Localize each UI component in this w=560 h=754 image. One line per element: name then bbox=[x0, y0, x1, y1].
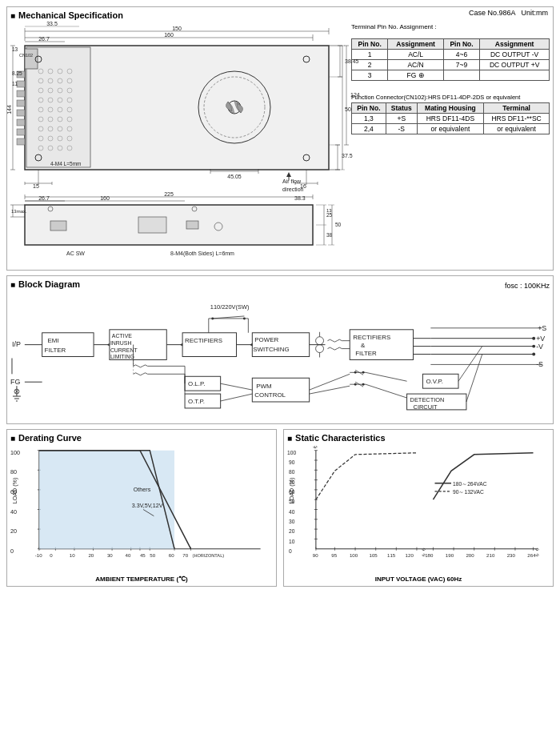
svg-rect-88 bbox=[17, 119, 25, 126]
svg-line-207 bbox=[213, 316, 245, 319]
svg-text:-10: -10 bbox=[35, 552, 42, 558]
bottom-row: Derating Curve 0 20 40 60 80 bbox=[6, 429, 554, 587]
svg-text:-V: -V bbox=[536, 343, 543, 351]
derating-x-label: AMBIENT TEMPERATURE (℃) bbox=[10, 576, 273, 583]
svg-text:33.5: 33.5 bbox=[46, 21, 58, 26]
svg-text:26.7: 26.7 bbox=[38, 195, 50, 201]
svg-text:4-M4 L=5mm: 4-M4 L=5mm bbox=[50, 161, 81, 166]
svg-text:120: 120 bbox=[406, 552, 414, 558]
svg-text:8-M4(Both Sides) L=6mm: 8-M4(Both Sides) L=6mm bbox=[170, 251, 234, 257]
svg-text:I/P: I/P bbox=[12, 340, 21, 348]
svg-text:40: 40 bbox=[10, 509, 17, 515]
svg-text:LIMITING: LIMITING bbox=[110, 354, 134, 359]
svg-text:100: 100 bbox=[10, 450, 20, 456]
svg-text:FILTER: FILTER bbox=[45, 347, 66, 354]
svg-text:POWER: POWER bbox=[254, 336, 278, 343]
svg-text:3.3V,5V,12V: 3.3V,5V,12V bbox=[132, 503, 163, 509]
svg-text:38.45: 38.45 bbox=[345, 58, 359, 64]
svg-text:40: 40 bbox=[289, 509, 295, 515]
svg-text:AC SW: AC SW bbox=[66, 251, 85, 256]
svg-line-236 bbox=[366, 384, 407, 398]
svg-text:100: 100 bbox=[350, 552, 358, 558]
svg-point-179 bbox=[316, 337, 324, 345]
table-row: 2AC/N7~9DC OUTPUT +V bbox=[352, 60, 550, 70]
derating-section: Derating Curve 0 20 40 60 80 bbox=[6, 429, 277, 587]
svg-point-224 bbox=[354, 371, 357, 374]
table-row: 2,4-Sor equivalentor equivalent bbox=[352, 124, 550, 134]
svg-text:25: 25 bbox=[326, 212, 333, 218]
svg-text:&: & bbox=[361, 342, 366, 349]
mechanical-section: Mechanical Specification Case No.986A Un… bbox=[6, 6, 554, 271]
svg-text:30: 30 bbox=[289, 519, 295, 524]
table-row: 1,3+SHRS DF11-4DSHRS DF11-**SC bbox=[352, 114, 550, 124]
svg-text:26.7: 26.7 bbox=[38, 36, 50, 42]
svg-text:RECTIFIERS: RECTIFIERS bbox=[185, 337, 222, 344]
svg-text:10: 10 bbox=[70, 552, 75, 558]
svg-text:180～264VAC: 180～264VAC bbox=[453, 481, 487, 487]
svg-rect-89 bbox=[17, 129, 25, 135]
mech-drawing: 150 160 144 26.7 33.5 bbox=[10, 23, 346, 267]
svg-text:20: 20 bbox=[10, 528, 17, 535]
svg-text:-S: -S bbox=[536, 360, 543, 368]
svg-text:O.L.P.: O.L.P. bbox=[188, 380, 205, 387]
svg-point-225 bbox=[362, 371, 365, 374]
svg-point-201 bbox=[532, 337, 535, 340]
svg-text:+V: +V bbox=[536, 335, 545, 343]
svg-line-238 bbox=[466, 355, 482, 402]
svg-text:LOAD (%): LOAD (%) bbox=[12, 478, 18, 504]
svg-line-219 bbox=[221, 394, 253, 401]
table-row: 3FG ⊕ bbox=[352, 70, 550, 81]
svg-text:100: 100 bbox=[287, 450, 296, 455]
svg-text:80: 80 bbox=[10, 469, 17, 475]
svg-text:Air flow: Air flow bbox=[282, 178, 302, 184]
static-section: Static Characteristics 100 90 80 70 60 bbox=[283, 429, 554, 587]
svg-text:13: 13 bbox=[12, 46, 18, 52]
svg-text:160: 160 bbox=[100, 195, 110, 201]
svg-text:110/220V(SW): 110/220V(SW) bbox=[210, 303, 250, 311]
svg-rect-131 bbox=[186, 221, 198, 229]
svg-text:90～132VAC: 90～132VAC bbox=[453, 489, 484, 495]
svg-text:20: 20 bbox=[88, 552, 94, 558]
connector-title: Function Connector(CN102):HRS DF11-4DP-2… bbox=[351, 94, 550, 101]
svg-text:13: 13 bbox=[326, 208, 332, 213]
svg-text:EMI: EMI bbox=[48, 337, 59, 344]
svg-text:230: 230 bbox=[507, 552, 516, 558]
svg-text:CURRENT: CURRENT bbox=[110, 347, 138, 353]
svg-point-208 bbox=[211, 317, 214, 319]
svg-text:DETECTION: DETECTION bbox=[410, 396, 445, 403]
svg-text:200: 200 bbox=[466, 552, 474, 558]
svg-rect-85 bbox=[17, 90, 25, 97]
svg-text:13max.: 13max. bbox=[11, 209, 27, 214]
svg-marker-112 bbox=[286, 172, 291, 177]
static-header: Static Characteristics bbox=[287, 433, 550, 443]
svg-text:144: 144 bbox=[6, 105, 12, 114]
svg-rect-81 bbox=[25, 49, 38, 69]
svg-text:95: 95 bbox=[331, 552, 337, 558]
svg-text:60: 60 bbox=[169, 552, 174, 558]
svg-point-228 bbox=[354, 383, 357, 386]
svg-text:FILTER: FILTER bbox=[355, 350, 377, 357]
svg-point-229 bbox=[362, 383, 365, 386]
svg-text:50: 50 bbox=[345, 106, 351, 112]
svg-text:11: 11 bbox=[12, 81, 18, 86]
block-diagram: I/P FG EMI FILTER bbox=[10, 292, 550, 420]
svg-text:0: 0 bbox=[50, 552, 53, 558]
svg-text:15: 15 bbox=[33, 183, 39, 189]
svg-text:(HORIZONTAL): (HORIZONTAL) bbox=[193, 553, 225, 558]
svg-text:Others: Others bbox=[134, 487, 151, 493]
svg-text:꩜: ꩜ bbox=[534, 547, 540, 553]
svg-text:180: 180 bbox=[425, 552, 434, 558]
svg-text:+S: +S bbox=[538, 324, 546, 332]
svg-line-218 bbox=[221, 383, 253, 390]
svg-text:INRUSH: INRUSH bbox=[110, 340, 132, 346]
svg-text:105: 105 bbox=[370, 552, 378, 558]
static-chart: 100 90 80 70 60 50 40 30 20 bbox=[287, 446, 550, 574]
svg-rect-90 bbox=[17, 138, 25, 145]
svg-text:CN102: CN102 bbox=[19, 53, 33, 58]
svg-text:40: 40 bbox=[126, 552, 131, 558]
svg-text:CONTROL: CONTROL bbox=[254, 391, 286, 399]
svg-point-202 bbox=[532, 345, 535, 348]
svg-text:37.5: 37.5 bbox=[342, 153, 353, 158]
terminal-table: Pin No. Assignment Pin No. Assignment 1A… bbox=[351, 38, 550, 81]
svg-text:0: 0 bbox=[289, 548, 292, 554]
